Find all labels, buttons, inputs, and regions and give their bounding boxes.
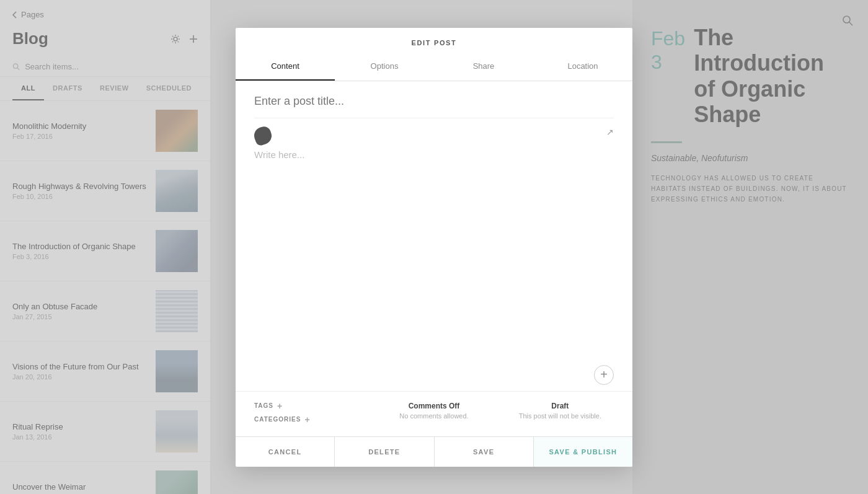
tab-location[interactable]: Location: [533, 53, 632, 81]
save-button[interactable]: SAVE: [435, 437, 534, 467]
tab-content[interactable]: Content: [236, 53, 335, 81]
cancel-button[interactable]: CANCEL: [236, 437, 335, 467]
modal-tabs: Content Options Share Location: [236, 53, 632, 81]
modal-meta: TAGS + CATEGORIES + Comments Off No comm…: [236, 391, 632, 436]
modal-title: EDIT POST: [236, 28, 632, 46]
editor-area: ↗ Write here... +: [254, 118, 614, 391]
tab-share[interactable]: Share: [434, 53, 533, 81]
save-publish-button[interactable]: SAVE & PUBLISH: [534, 437, 632, 467]
add-content-button[interactable]: +: [594, 365, 614, 385]
add-category-button[interactable]: +: [304, 415, 310, 424]
tags-label: TAGS: [254, 402, 273, 409]
comments-section: Comments Off No comments allowed.: [380, 402, 487, 420]
modal-actions: CANCEL DELETE SAVE SAVE & PUBLISH: [236, 436, 632, 467]
editor-toolbar: [254, 127, 272, 144]
editor-blob-icon: [252, 125, 274, 147]
post-title-input[interactable]: [254, 81, 614, 118]
comments-sub: No comments allowed.: [380, 412, 487, 420]
tab-options[interactable]: Options: [335, 53, 434, 81]
add-tag-button[interactable]: +: [277, 402, 283, 410]
tags-section: TAGS + CATEGORIES +: [254, 402, 361, 426]
editor-placeholder: Write here...: [254, 149, 304, 160]
draft-section: Draft This post will not be visible.: [507, 402, 614, 420]
draft-title: Draft: [507, 402, 614, 410]
delete-button[interactable]: DELETE: [335, 437, 434, 467]
expand-icon[interactable]: ↗: [606, 127, 614, 137]
modal-overlay: EDIT POST Content Options Share Location…: [0, 0, 868, 494]
draft-sub: This post will not be visible.: [507, 412, 614, 420]
categories-label: CATEGORIES: [254, 416, 301, 423]
modal-body: ↗ Write here... +: [236, 81, 632, 391]
edit-post-modal: EDIT POST Content Options Share Location…: [236, 28, 632, 467]
comments-title: Comments Off: [380, 402, 487, 410]
